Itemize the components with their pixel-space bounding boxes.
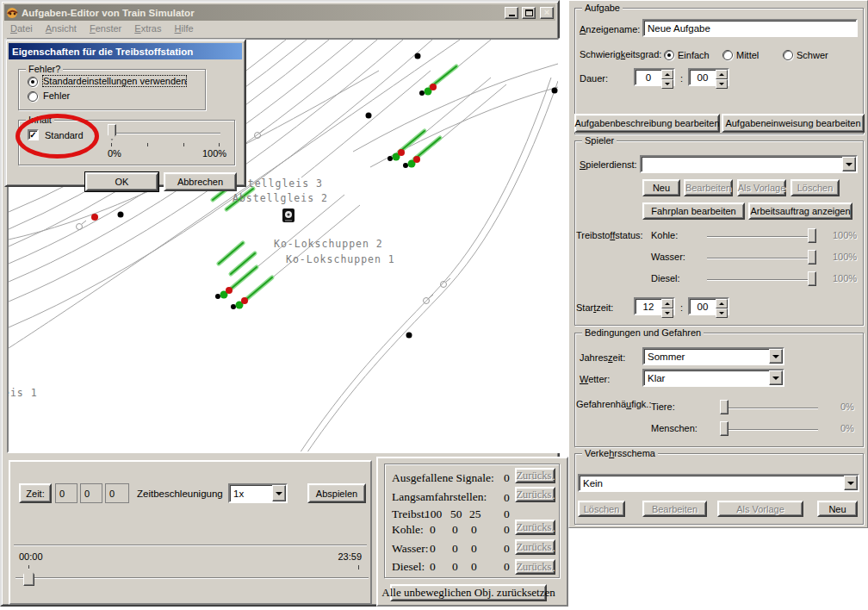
inhalt-slider-track[interactable] xyxy=(110,133,220,134)
timeline-track[interactable] xyxy=(16,577,369,579)
startzeit-hours-value: 12 xyxy=(636,302,661,312)
chevron-down-icon[interactable] xyxy=(842,157,856,171)
radio-schwer-label[interactable]: Schwer xyxy=(797,50,828,60)
red-circle-annotation xyxy=(16,114,99,159)
spieler-als-vorlage-button[interactable]: Als Vorlage xyxy=(737,179,786,196)
accel-value: 1x xyxy=(233,489,244,499)
menu-fenster[interactable]: Fenster xyxy=(84,22,127,35)
chevron-down-icon[interactable] xyxy=(769,370,783,385)
radio-einfach-label[interactable]: Einfach xyxy=(678,50,710,60)
close-button[interactable]: × xyxy=(540,7,554,19)
radio-mittel[interactable] xyxy=(722,50,733,60)
maximize-button[interactable] xyxy=(522,7,536,19)
dauer-hours-spinner[interactable]: 0 xyxy=(634,68,675,86)
task-properties-panel: Aufgabe Anzeigename: Neue Aufgabe Schwie… xyxy=(568,0,868,528)
verkehr-loeschen-button[interactable]: Löschen xyxy=(578,501,625,517)
spinner-up-icon[interactable] xyxy=(661,299,673,308)
timeline-thumb[interactable] xyxy=(23,569,34,586)
spinner-down-icon[interactable] xyxy=(716,308,728,318)
dialog-title-bar[interactable]: Eigenschaften für die Treibstoffstation xyxy=(9,43,242,59)
fehler-group: Fehler? Standardeinstellungen verwenden … xyxy=(18,69,206,110)
cancel-button[interactable]: Abbrechen xyxy=(164,172,237,191)
verkehr-als-vorlage-button[interactable]: Als Vorlage xyxy=(717,501,803,517)
dauer-minutes-spinner[interactable]: 00 xyxy=(688,68,729,86)
reset-diesel-button[interactable]: Zurücks. xyxy=(515,559,555,575)
spinner-up-icon[interactable] xyxy=(716,299,728,308)
edit-description-button[interactable]: Aufgabenbeschreibung bearbeiten xyxy=(574,114,720,133)
spieler-loeschen-button[interactable]: Löschen xyxy=(790,179,840,196)
menu-ansicht[interactable]: Ansicht xyxy=(40,22,82,35)
arbeitsauftrag-anzeigen-button[interactable]: Arbeitsauftrag anzeigen xyxy=(748,202,852,220)
spielerdienst-dropdown[interactable] xyxy=(640,155,858,173)
accel-dropdown[interactable]: 1x xyxy=(228,483,288,503)
fuel-cell: 0 xyxy=(504,523,510,537)
fuel-cell: 0 xyxy=(471,560,477,574)
radio-fehler-label[interactable]: Fehler xyxy=(43,90,70,101)
reset-slowzones-button[interactable]: Zurücks. xyxy=(515,487,555,502)
gefahrenhaeufigkeit-label: Gefahrenhäufigk.: xyxy=(576,399,651,409)
inhalt-slider-thumb[interactable] xyxy=(108,124,116,140)
fuel-wasser-label: Wasser: xyxy=(651,252,685,262)
chevron-down-icon[interactable] xyxy=(769,349,783,364)
diesel-slider-thumb[interactable] xyxy=(808,271,816,286)
radio-fehler[interactable] xyxy=(28,91,38,102)
chevron-down-icon[interactable] xyxy=(272,485,286,501)
reset-kohle-button[interactable]: Zurücks. xyxy=(515,520,555,535)
wasser-slider-track[interactable] xyxy=(707,258,815,259)
menu-extras[interactable]: Extras xyxy=(129,22,166,35)
spinner-down-icon[interactable] xyxy=(661,79,673,89)
fahrplan-bearbeiten-button[interactable]: Fahrplan bearbeiten xyxy=(642,202,745,220)
track-label: eis 1 xyxy=(7,387,38,399)
time-field-hours[interactable]: 0 xyxy=(55,483,78,503)
diesel-slider-track[interactable] xyxy=(707,279,815,281)
fuel-cell: 0 xyxy=(471,523,477,537)
spinner-up-icon[interactable] xyxy=(716,70,728,79)
play-button[interactable]: Abspielen xyxy=(307,483,366,503)
status-label: Ausgefallene Signale: xyxy=(392,471,494,485)
wasser-slider-thumb[interactable] xyxy=(808,250,816,265)
menu-datei[interactable]: Datei xyxy=(5,22,38,35)
reset-all-objects-button[interactable]: Alle unbeweglichen Obj. zurücksetzen xyxy=(390,584,547,601)
menu-hilfe[interactable]: Hilfe xyxy=(170,22,199,35)
wetter-dropdown[interactable]: Klar xyxy=(642,369,784,387)
verkehr-bearbeiten-button[interactable]: Bearbeiten xyxy=(642,501,707,517)
divider xyxy=(14,545,367,546)
radio-standardeinstellungen-label[interactable]: Standardeinstellungen verwenden xyxy=(43,76,186,86)
jahreszeit-dropdown[interactable]: Sommer xyxy=(642,347,784,365)
startzeit-hours-spinner[interactable]: 12 xyxy=(634,297,675,315)
radio-mittel-label[interactable]: Mittel xyxy=(736,50,759,60)
edit-briefing-button[interactable]: Aufgabeneinweisung bearbeiten xyxy=(722,114,865,133)
kohle-slider-thumb[interactable] xyxy=(808,228,816,243)
startzeit-minutes-spinner[interactable]: 00 xyxy=(688,297,729,315)
verkehrsschema-dropdown[interactable]: Kein xyxy=(578,474,859,492)
minimize-button[interactable] xyxy=(505,7,518,19)
zeit-button[interactable]: Zeit: xyxy=(19,483,52,503)
reset-wasser-button[interactable]: Zurücks. xyxy=(515,539,555,555)
spieler-bearbeiten-button[interactable]: Bearbeiten xyxy=(684,179,733,196)
fuel-kohle-label: Kohle: xyxy=(651,230,678,240)
menschen-slider-track[interactable] xyxy=(722,429,818,431)
time-field-seconds[interactable]: 0 xyxy=(105,483,129,503)
verkehr-neu-button[interactable]: Neu xyxy=(817,501,858,517)
tiere-slider-track[interactable] xyxy=(722,408,818,409)
anzeigename-input[interactable]: Neue Aufgabe xyxy=(642,19,858,37)
spinner-up-icon[interactable] xyxy=(661,70,673,79)
spieler-neu-button[interactable]: Neu xyxy=(642,179,680,196)
radio-einfach[interactable] xyxy=(664,50,674,60)
radio-schwer[interactable] xyxy=(783,50,793,60)
schwierigkeitsgrad-label: Schwierigkeitsgrad: xyxy=(580,49,661,59)
radio-standardeinstellungen[interactable] xyxy=(28,77,38,87)
time-field-minutes[interactable]: 0 xyxy=(80,483,102,503)
fuel-diesel-label: Diesel: xyxy=(651,273,680,283)
aufgabe-group-label: Aufgabe xyxy=(582,3,623,13)
menschen-slider-thumb[interactable] xyxy=(720,421,728,436)
spinner-down-icon[interactable] xyxy=(716,79,728,89)
reset-signals-button[interactable]: Zurücks. xyxy=(515,468,555,483)
tiere-slider-thumb[interactable] xyxy=(720,400,728,414)
jahreszeit-label: Jahreszeit: xyxy=(580,352,625,363)
kohle-slider-track[interactable] xyxy=(707,236,815,238)
spinner-down-icon[interactable] xyxy=(661,308,673,318)
main-title-bar[interactable]: Aufgaben-Editor von Train Simulator × xyxy=(4,4,555,21)
chevron-down-icon[interactable] xyxy=(844,476,858,490)
ok-button[interactable]: OK xyxy=(85,172,158,191)
